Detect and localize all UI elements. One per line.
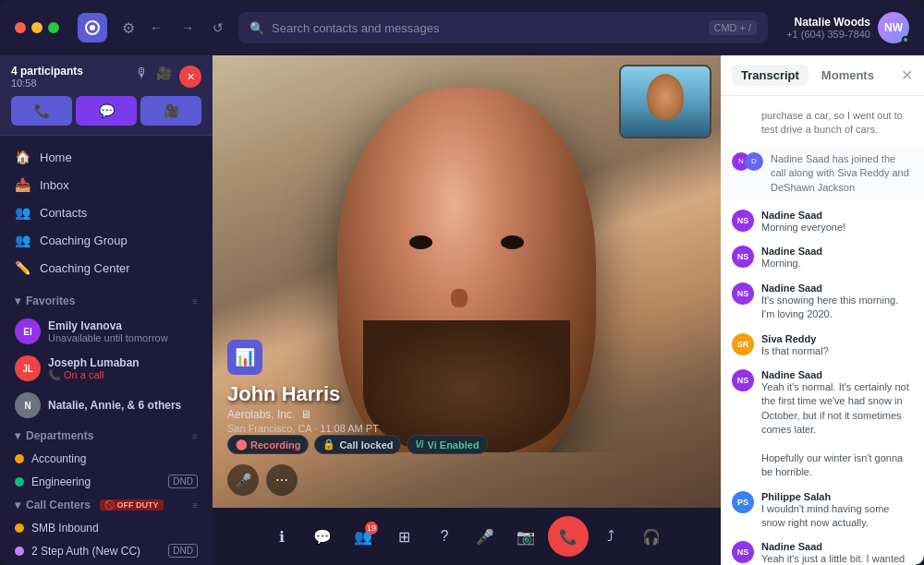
call-centers-header[interactable]: ▾ Call Centers 🚫 OFF DUTY ≡ xyxy=(0,493,213,517)
sidebar-item-coaching-center[interactable]: ✏️ Coaching Center xyxy=(0,254,213,282)
sound-wave-icon: 📊 xyxy=(227,340,262,375)
participants-button[interactable]: 👥 19 xyxy=(345,518,382,555)
record-dot: ⬤ xyxy=(236,439,247,451)
mini-call-controls: 🎤 ⋯ xyxy=(227,464,298,496)
msg-nadine-3: NS Nadine Saad It's snowing here this mo… xyxy=(721,277,924,328)
favorites-header[interactable]: ▾ Favorites ≡ xyxy=(0,289,213,313)
2step-name: 2 Step Auth (New CC) xyxy=(31,545,161,558)
maximize-button[interactable] xyxy=(48,22,59,33)
siva-text: Is that normal? xyxy=(761,344,829,358)
contacts-icon: 👥 xyxy=(15,205,30,220)
chat-action-button[interactable]: 💬 xyxy=(76,96,137,126)
joseph-status: 📞 On a call xyxy=(48,369,140,381)
mute-button[interactable]: 🎤 xyxy=(467,518,504,555)
join-avatars: N D xyxy=(732,152,763,171)
call-controls: 🎙 🎥 ✕ xyxy=(136,66,201,88)
grid-view-button[interactable]: ⊞ xyxy=(385,518,422,555)
sidebar-item-contacts[interactable]: 👥 Contacts xyxy=(0,198,213,226)
end-call-button[interactable]: 📞 xyxy=(548,516,589,557)
drag-icon: ≡ xyxy=(192,296,198,307)
msg-nadine-1: NS Nadine Saad Morning everyone! xyxy=(721,204,924,240)
participants-badge: 19 xyxy=(365,522,378,535)
2step-dnd-badge: DND xyxy=(168,544,198,558)
call-header: 4 participants 10:58 🎙 🎥 ✕ xyxy=(11,65,201,89)
nav-contacts-label: Contacts xyxy=(40,206,87,220)
contact-joseph[interactable]: JL Joseph Lumaban 📞 On a call xyxy=(0,350,213,387)
mic-icon[interactable]: 🎙 xyxy=(136,66,149,88)
sidebar-item-coaching-group[interactable]: 👥 Coaching Group xyxy=(0,226,213,254)
settings-icon[interactable]: ⚙ xyxy=(122,19,135,37)
nadine-avatar-1: NS xyxy=(732,210,754,232)
cc-drag-icon: ≡ xyxy=(192,500,198,511)
tab-transcript[interactable]: Transcript xyxy=(732,65,808,86)
help-button[interactable]: ? xyxy=(426,518,463,555)
nav-inbox-label: Inbox xyxy=(40,178,69,192)
forward-button[interactable]: → xyxy=(177,17,198,39)
siva-avatar: SR xyxy=(732,333,754,355)
refresh-button[interactable]: ↺ xyxy=(209,17,227,39)
favorites-label: Favorites xyxy=(26,295,75,307)
joseph-avatar: JL xyxy=(15,355,41,381)
off-duty-badge: 🚫 OFF DUTY xyxy=(100,499,164,511)
video-icon[interactable]: 🎥 xyxy=(156,66,172,88)
search-bar[interactable]: 🔍 Search contacts and messages CMD + / xyxy=(238,12,768,43)
back-button[interactable]: ← xyxy=(146,17,166,39)
vi-icon: Vi xyxy=(415,439,423,450)
siva-name: Siva Reddy xyxy=(761,333,829,344)
minimize-button[interactable] xyxy=(31,22,43,33)
computer-icon: 🖥 xyxy=(300,408,311,421)
contact-emily[interactable]: EI Emily Ivanova Unavailable until tomor… xyxy=(0,313,213,350)
mute-mini-button[interactable]: 🎤 xyxy=(227,464,259,496)
join-text: Nadine Saad has joined the call along wi… xyxy=(771,152,913,195)
joseph-info: Joseph Lumaban 📞 On a call xyxy=(48,356,140,381)
joseph-name: Joseph Lumaban xyxy=(48,356,140,369)
chat-button[interactable]: 💬 xyxy=(304,518,341,555)
nadine-avatar-2: NS xyxy=(732,246,754,268)
headset-button[interactable]: 🎧 xyxy=(633,518,670,555)
camera-button[interactable]: 📷 xyxy=(507,518,544,555)
contact-group[interactable]: N Natalie, Annie, & 6 others xyxy=(0,387,213,424)
cc-2step[interactable]: 2 Step Auth (New CC) DND xyxy=(0,539,213,562)
right-eye xyxy=(501,235,524,249)
msg-nadine-2: NS Nadine Saad Morning. xyxy=(721,240,924,276)
phone-action-button[interactable]: 📞 xyxy=(11,96,72,126)
more-options-button[interactable]: ⋯ xyxy=(266,464,298,496)
avatar[interactable]: NW xyxy=(878,12,909,43)
call-action-buttons: 📞 💬 🎥 xyxy=(11,96,201,126)
video-action-button[interactable]: 🎥 xyxy=(140,96,201,126)
user-info: Natalie Woods +1 (604) 359-7840 NW xyxy=(786,12,909,43)
transcript-system-1: purchase a car, so I went out to test dr… xyxy=(721,103,924,143)
lock-icon: 🔒 xyxy=(322,439,335,451)
msg-philippe: PS Philippe Salah I wouldn't mind having… xyxy=(721,486,924,536)
info-button[interactable]: ℹ xyxy=(263,518,300,555)
locked-badge: 🔒 Call locked xyxy=(314,435,401,454)
engineering-dnd-badge: DND xyxy=(168,475,198,488)
call-time: 10:58 xyxy=(11,78,83,89)
caller-location: San Francisco, CA · 11:08 AM PT xyxy=(227,423,379,434)
dept-engineering[interactable]: Engineering DND xyxy=(0,470,213,493)
sidebar-item-inbox[interactable]: 📥 Inbox xyxy=(0,171,213,198)
end-call-button[interactable]: ✕ xyxy=(179,66,201,88)
transcript-body[interactable]: purchase a car, so I went out to test dr… xyxy=(721,96,924,565)
sidebar-item-home[interactable]: 🏠 Home xyxy=(0,143,213,171)
call-centers-label: Call Centers xyxy=(26,499,91,511)
nadine-content-4: Nadine Saad Yeah it's normal. It's certa… xyxy=(761,369,913,480)
dept-chevron-icon: ▾ xyxy=(15,429,20,442)
departments-header[interactable]: ▾ Departments ≡ xyxy=(0,424,213,448)
nadine-name-1: Nadine Saad xyxy=(761,210,845,221)
dept-accounting[interactable]: Accounting xyxy=(0,448,213,470)
cc-smb[interactable]: SMB Inbound xyxy=(0,517,213,539)
chevron-down-icon: ▾ xyxy=(15,295,20,307)
tab-moments[interactable]: Moments xyxy=(812,65,883,86)
nadine-text-3: It's snowing here this morning. I'm lovi… xyxy=(761,294,913,322)
philippe-name: Philippe Salah xyxy=(761,491,913,502)
close-transcript-button[interactable]: ✕ xyxy=(901,66,913,84)
favorites-section: ▾ Favorites ≡ EI Emily Ivanova Unavailab… xyxy=(0,289,213,424)
group-name: Natalie, Annie, & 6 others xyxy=(48,399,181,412)
nadine-name-5: Nadine Saad xyxy=(761,541,913,552)
nadine-name-2: Nadine Saad xyxy=(761,246,822,257)
caller-company: Aerolabs, Inc. 🖥 xyxy=(227,408,379,421)
nadine-content-5: Nadine Saad Yeah it's just a little bit.… xyxy=(761,541,913,565)
close-button[interactable] xyxy=(15,22,26,33)
transfer-button[interactable]: ⤴ xyxy=(592,518,629,555)
